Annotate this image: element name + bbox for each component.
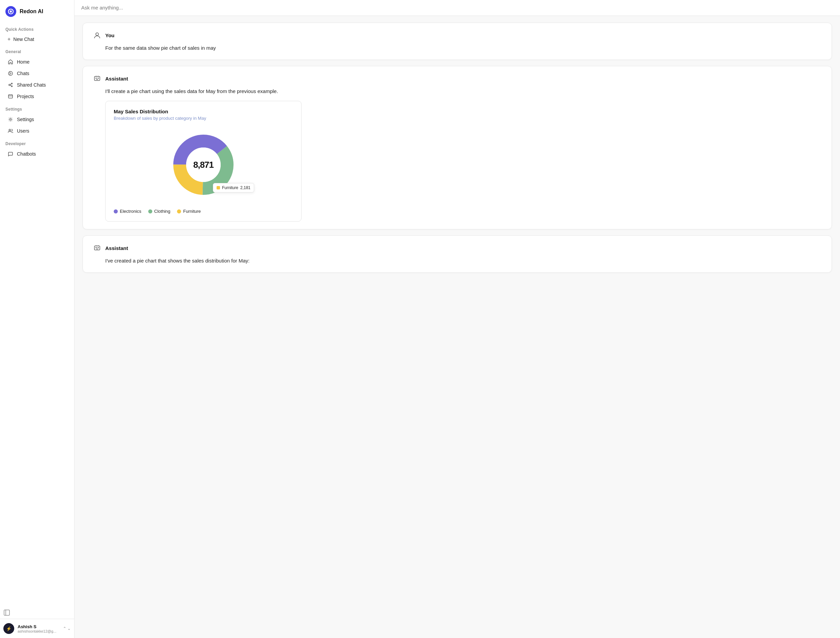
- svg-line-6: [10, 84, 11, 85]
- shared-icon: [8, 82, 14, 88]
- chart-subtitle: Breakdown of sales by product category i…: [114, 116, 293, 121]
- sidebar: Redon AI Quick Actions + New Chat Genera…: [0, 0, 74, 638]
- quick-actions-label: Quick Actions: [0, 22, 74, 34]
- new-chat-label: New Chat: [13, 36, 34, 42]
- chats-label: Chats: [17, 71, 30, 76]
- svg-point-3: [9, 84, 10, 85]
- message-header: Assistant: [92, 74, 822, 83]
- svg-point-14: [96, 33, 98, 36]
- assistant-icon-2: [92, 243, 102, 253]
- svg-rect-8: [8, 95, 13, 98]
- legend-dot-electronics: [114, 209, 118, 213]
- projects-label: Projects: [17, 94, 34, 99]
- legend-clothing: Clothing: [148, 209, 171, 214]
- tooltip-dot: [217, 186, 220, 190]
- chart-card: May Sales Distribution Breakdown of sale…: [105, 101, 302, 221]
- donut-center-value: 8,871: [193, 160, 214, 170]
- assistant-role-label: Assistant: [105, 76, 128, 82]
- home-icon: [8, 59, 14, 65]
- message-header: You: [92, 30, 822, 40]
- legend-furniture: Furniture: [177, 209, 201, 214]
- chats-icon: [8, 70, 14, 76]
- home-label: Home: [17, 59, 30, 65]
- sidebar-item-users[interactable]: Users: [2, 125, 72, 137]
- legend-electronics: Electronics: [114, 209, 141, 214]
- app-logo[interactable]: Redon AI: [0, 0, 74, 22]
- svg-rect-12: [4, 610, 9, 615]
- developer-label: Developer: [0, 137, 74, 148]
- svg-point-25: [98, 247, 98, 248]
- tooltip-label: Furniture: [222, 185, 238, 190]
- gear-icon: [8, 116, 14, 122]
- settings-label: Settings: [17, 117, 34, 122]
- avatar: ⚡: [3, 623, 14, 634]
- user-name: Ashish S: [17, 624, 60, 629]
- user-role-label: You: [105, 33, 114, 38]
- user-message: You For the same data show pie chart of …: [82, 23, 832, 60]
- shared-chats-label: Shared Chats: [17, 82, 46, 88]
- user-message-text: For the same data show pie chart of sale…: [105, 44, 822, 52]
- svg-rect-23: [95, 246, 100, 250]
- legend-label-electronics: Electronics: [120, 209, 141, 214]
- user-email: ashishsontakke12@g...: [17, 629, 60, 633]
- sidebar-item-shared-chats[interactable]: Shared Chats: [2, 79, 72, 91]
- general-label: General: [0, 45, 74, 56]
- chat-input-bar: [74, 0, 840, 16]
- projects-icon: [8, 93, 14, 99]
- user-profile[interactable]: ⚡ Ashish S ashishsontakke12@g... ⌃ ⌄: [0, 619, 74, 638]
- legend-label-clothing: Clothing: [154, 209, 171, 214]
- assistant-role-label-2: Assistant: [105, 245, 128, 251]
- chat-input[interactable]: [81, 5, 833, 11]
- sidebar-item-settings[interactable]: Settings: [2, 114, 72, 125]
- sidebar-item-chatbots[interactable]: Chatbots: [2, 148, 72, 160]
- assistant-message-text: I'll create a pie chart using the sales …: [105, 87, 822, 95]
- svg-point-16: [96, 78, 96, 79]
- chatbots-label: Chatbots: [17, 151, 36, 156]
- svg-point-5: [11, 86, 13, 87]
- svg-point-17: [98, 78, 98, 79]
- main-content: You For the same data show pie chart of …: [74, 0, 840, 638]
- legend-dot-furniture: [177, 209, 181, 213]
- legend-label-furniture: Furniture: [183, 209, 201, 214]
- svg-point-1: [10, 11, 12, 13]
- users-icon: [8, 128, 14, 134]
- chart-title: May Sales Distribution: [114, 109, 293, 114]
- message-header-2: Assistant: [92, 243, 822, 253]
- svg-rect-15: [95, 76, 100, 81]
- legend-dot-clothing: [148, 209, 152, 213]
- sidebar-item-projects[interactable]: Projects: [2, 91, 72, 102]
- plus-icon: +: [8, 36, 11, 42]
- donut-chart: 8,871 Furniture 2,181: [166, 128, 240, 202]
- svg-point-10: [10, 119, 11, 120]
- app-name: Redon AI: [20, 8, 43, 14]
- svg-point-11: [9, 129, 11, 131]
- chatbots-icon: [8, 151, 14, 157]
- tooltip-value: 2,181: [240, 185, 250, 190]
- user-icon: [92, 30, 102, 40]
- new-chat-button[interactable]: + New Chat: [2, 34, 72, 45]
- assistant-message-1: Assistant I'll create a pie chart using …: [82, 66, 832, 229]
- chat-messages: You For the same data show pie chart of …: [74, 16, 840, 638]
- assistant-icon: [92, 74, 102, 83]
- chevron-icon: ⌃ ⌄: [63, 626, 71, 631]
- users-label: Users: [17, 128, 30, 134]
- chart-tooltip: Furniture 2,181: [213, 183, 254, 193]
- svg-point-4: [11, 83, 13, 84]
- chart-legend: Electronics Clothing Furniture: [114, 209, 293, 214]
- svg-point-24: [96, 247, 96, 248]
- sidebar-item-home[interactable]: Home: [2, 56, 72, 68]
- layout-toggle-button[interactable]: [0, 606, 74, 619]
- logo-icon: [5, 6, 16, 17]
- settings-section-label: Settings: [0, 102, 74, 114]
- user-info: Ashish S ashishsontakke12@g...: [17, 624, 60, 633]
- assistant-message-2: Assistant I've created a pie chart that …: [82, 235, 832, 273]
- sidebar-item-chats[interactable]: Chats: [2, 68, 72, 79]
- assistant-message-text-2: I've created a pie chart that shows the …: [105, 257, 822, 265]
- svg-line-7: [10, 85, 11, 86]
